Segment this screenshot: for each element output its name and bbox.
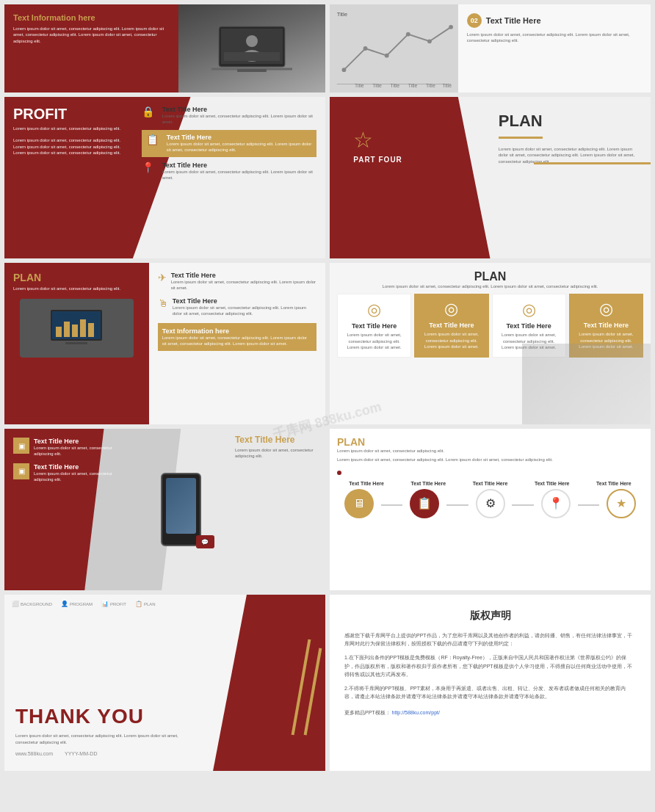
svg-text:Title: Title xyxy=(442,83,452,88)
slide-9: ⬜ BACKGROUND 👤 PROGRAM 📊 PROFIT 📋 PLAN T… xyxy=(4,595,325,771)
more-link: http://588ku.com/ppt/ xyxy=(392,710,440,715)
slide9-body: Lorem ipsum dolor sit amet, consectetur … xyxy=(15,733,192,745)
slide6-card2-title: Text Title Here xyxy=(420,322,482,329)
chat-bubble-icon: 💬 xyxy=(201,539,209,545)
svg-rect-6 xyxy=(224,52,280,61)
gold-line-bottom xyxy=(534,162,651,164)
slide9-nav: ⬜ BACKGROUND 👤 PROGRAM 📊 PROFIT 📋 PLAN xyxy=(12,601,156,607)
slide3-item2: 📋 Text Title Here Lorem ipsum dolor sit … xyxy=(142,130,316,157)
phone-graphic: 💬 xyxy=(161,473,201,546)
slide7-item1: ▣ Text Title Here Lorem ipsum dolor sit … xyxy=(13,438,124,457)
svg-text:Title: Title xyxy=(391,83,400,88)
slide8-circle-title-2: Text Title Here xyxy=(399,481,457,486)
svg-text:Title: Title xyxy=(426,83,435,88)
nav-plan: 📋 PLAN xyxy=(135,601,156,607)
svg-text:Title: Title xyxy=(408,83,418,88)
slide7-item1-body: Lorem ipsum dolor sit amet, consectetur … xyxy=(34,445,124,457)
prog-icon: 👤 xyxy=(61,601,68,607)
chat-icon: 💬 xyxy=(196,535,214,548)
slide-7: ▣ Text Title Here Lorem ipsum dolor sit … xyxy=(4,429,325,590)
box-icon-1: ▣ xyxy=(18,442,25,450)
svg-rect-29 xyxy=(65,342,87,344)
slide3-leftbody: Lorem ipsum dolor sit amet, consectetur … xyxy=(13,137,131,156)
slide4-title: PLAN xyxy=(499,112,636,131)
gear-icon: ⚙ xyxy=(476,489,505,518)
slide7-item2: ▣ Text Title Here Lorem ipsum dolor sit … xyxy=(13,463,124,483)
location-icon: 📍 xyxy=(541,489,571,518)
connector-1 xyxy=(381,504,403,506)
slide6-card2: ◎ Text Title Here Lorem ipsum dolor sit … xyxy=(414,294,488,357)
target-icon-1: ◎ xyxy=(344,300,405,319)
profit-icon: 📊 xyxy=(101,601,109,607)
slide8-circle-2: 📋 xyxy=(402,489,446,521)
slide6-card3-title: Text Title Here xyxy=(499,322,560,330)
slide8-subtitle: Lorem ipsum dolor sit amet, consectetur … xyxy=(337,448,643,454)
svg-rect-25 xyxy=(72,325,78,337)
slide6-card1-title: Text Title Here xyxy=(344,322,405,330)
slide-10: 版权声明 感谢您下载千库网平台上提供的PPT作品，为了您和千库网以及其他创作者的… xyxy=(330,595,651,771)
connector-3 xyxy=(512,504,534,506)
slide2-chart-area: Title Title Title Title Title Title Titl… xyxy=(330,4,458,93)
slide2-chart: Title Title Title Title Title Title Titl… xyxy=(330,4,458,93)
svg-rect-26 xyxy=(80,319,86,337)
svg-rect-24 xyxy=(64,322,70,337)
slide8-title: PLAN xyxy=(337,436,643,448)
svg-rect-3 xyxy=(237,69,267,72)
svg-rect-23 xyxy=(56,327,62,337)
slide8-intro: Lorem ipsum dolor sit amet, consectetur … xyxy=(337,457,643,463)
slide6-card1: ◎ Text Title Here Lorem ipsum dolor sit … xyxy=(337,294,411,357)
slide-8: PLAN Lorem ipsum dolor sit amet, consect… xyxy=(330,429,651,590)
slide9-content: THANK YOU Lorem ipsum dolor sit amet, co… xyxy=(15,705,192,756)
connector-2 xyxy=(446,504,468,506)
slide8-circle-4: 📍 xyxy=(534,489,578,521)
slide5-item2: 🖱 Text Title Here Lorem ipsum dolor sit … xyxy=(158,297,316,317)
slide7-info-title: Text Title Here xyxy=(235,435,319,445)
slide7-right: Text Title Here Lorem ipsum dolor sit am… xyxy=(229,429,325,590)
slide8-circle-title-5: Text Title Here xyxy=(585,481,643,486)
slide7-center: 💬 xyxy=(133,429,229,590)
connector-4 xyxy=(578,504,600,506)
slide4-red-area: ☆ PART FOUR xyxy=(330,97,491,258)
slide6-header: PLAN Lorem ipsum dolor sit amet, consect… xyxy=(337,270,643,289)
slide5-item1-body: Lorem ipsum dolor sit amet, consectetur … xyxy=(171,279,316,291)
slide5-subtitle: Lorem ipsum dolor sit amet, consectetur … xyxy=(13,286,140,291)
slide3-item3-title: Text Title Here xyxy=(162,162,316,169)
slide5-item2-body: Lorem ipsum dolor sit amet, consectetur … xyxy=(173,305,316,317)
slide7-content: ▣ Text Title Here Lorem ipsum dolor sit … xyxy=(4,429,325,590)
slide8-circle-title-4: Text Title Here xyxy=(523,481,582,486)
slide8-circle-5: ★ xyxy=(599,489,643,521)
slide9-red-shape xyxy=(213,595,325,771)
slide3-item3: 📍 Text Title Here Lorem ipsum dolor sit … xyxy=(142,162,316,181)
nav-bg-label: BACKGROUND xyxy=(21,602,52,606)
star-area: ☆ PART FOUR xyxy=(353,127,402,164)
slide5-right: ✈ Text Title Here Lorem ipsum dolor sit … xyxy=(149,263,325,424)
slide8-header: PLAN Lorem ipsum dolor sit amet, consect… xyxy=(337,436,643,454)
svg-point-12 xyxy=(427,39,432,43)
slide5-item1: ✈ Text Title Here Lorem ipsum dolor sit … xyxy=(158,272,316,291)
slide1-content: Text Information here Lorem ipsum dolor … xyxy=(4,4,178,93)
nav-program: 👤 PROGRAM xyxy=(61,601,93,607)
star-icon-circle: ★ xyxy=(607,489,636,518)
slide3-right: 🔒 Text Title Here Lorem ipsum dolor sit … xyxy=(133,97,325,189)
svg-point-8 xyxy=(342,68,347,72)
target-icon-4: ◎ xyxy=(575,300,637,319)
laptop-svg xyxy=(208,19,296,78)
pin-icon: 📍 xyxy=(142,162,156,173)
svg-point-10 xyxy=(385,54,389,58)
slide8-circle-3: ⚙ xyxy=(468,489,513,521)
svg-point-13 xyxy=(449,25,453,29)
cursor-icon: 🖱 xyxy=(158,297,168,309)
slide10-para1: 感谢您下载千库网平台上提供的PPT作品，为了您和千库网以及其他创作者的利益，请勿… xyxy=(344,631,636,648)
target-icon-3: ◎ xyxy=(499,300,560,319)
red-dot xyxy=(337,471,341,475)
nav-profit: 📊 PROFIT xyxy=(101,601,126,607)
part-label: PART FOUR xyxy=(353,156,402,164)
slide7-item2-title: Text Title Here xyxy=(34,463,124,471)
divider xyxy=(499,137,543,139)
slide7-icon1: ▣ xyxy=(13,438,29,454)
slide9-footer: www.588ku.com YYYY-MM-DD xyxy=(15,751,192,756)
slide-4: ☆ PART FOUR PLAN Lorem ipsum dolor sit a… xyxy=(330,97,651,258)
svg-point-4 xyxy=(246,35,258,47)
slide9-date: YYYY-MM-DD xyxy=(65,751,97,756)
slide5-left: PLAN Lorem ipsum dolor sit amet, consect… xyxy=(4,263,149,424)
